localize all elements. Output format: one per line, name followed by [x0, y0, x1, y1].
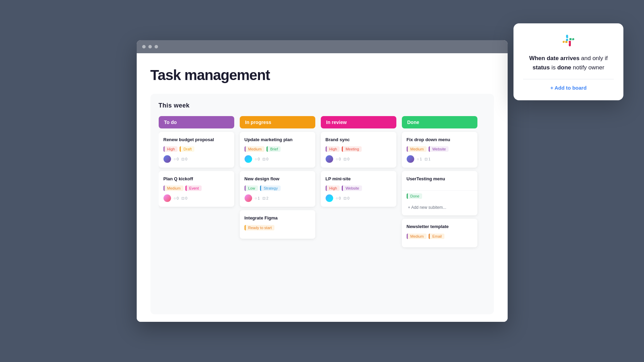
card-newsletter-template[interactable]: Newsletter template Medium Email — [402, 219, 477, 247]
comment-icon — [417, 157, 419, 161]
comment-count: 0 — [255, 157, 260, 161]
tags: Done — [407, 193, 473, 199]
comment-count: 0 — [336, 196, 341, 200]
card-renew-budget[interactable]: Renew budget proposal High Draft 0 0 — [159, 132, 234, 168]
tag-medium: Medium — [245, 146, 264, 152]
card-main: UserTesting menu — [402, 171, 477, 190]
comment-count: 0 — [174, 157, 179, 161]
card-footer: 0 0 — [326, 194, 392, 202]
tags: High Meeting — [326, 146, 392, 152]
task-count: 0 — [181, 157, 187, 161]
tag-brief: Brief — [267, 146, 281, 152]
column-header-todo: To do — [159, 116, 234, 128]
check-icon — [262, 157, 265, 161]
tags: Low Strategy — [245, 185, 310, 191]
tag-website: Website — [342, 185, 362, 191]
slack-logo-icon — [561, 33, 576, 48]
card-title: Newsletter template — [407, 224, 473, 230]
tag-high: High — [326, 146, 340, 152]
column-header-done: Done — [402, 116, 477, 128]
check-icon — [425, 157, 428, 161]
popup-card: When date arrives and only if status is … — [513, 23, 623, 100]
add-subitem-button[interactable]: + Add new subitem... — [407, 202, 473, 213]
comment-icon — [336, 196, 338, 200]
comment-count: 1 — [417, 157, 422, 161]
comment-count: 0 — [336, 157, 341, 161]
card-brand-sync[interactable]: Brand sync High Meeting 0 0 — [321, 132, 396, 168]
card-footer: 0 0 — [326, 155, 392, 163]
svg-rect-4 — [569, 38, 572, 40]
task-count: 0 — [262, 157, 268, 161]
tag-event: Event — [185, 185, 202, 191]
column-done: Done Fix drop down menu Medium Website 1… — [402, 116, 477, 306]
svg-rect-1 — [566, 39, 568, 41]
avatar — [163, 155, 171, 163]
card-fix-dropdown[interactable]: Fix drop down menu Medium Website 1 1 — [402, 132, 477, 168]
card-title: LP mini-site — [326, 176, 392, 182]
browser-content: Task management This week To do Renew bu… — [137, 53, 508, 322]
tag-low: Low — [245, 185, 258, 191]
tag-done: Done — [407, 193, 422, 199]
card-lp-minisite[interactable]: LP mini-site High Website 0 0 — [321, 171, 396, 207]
tag-medium: Medium — [407, 146, 427, 152]
browser-window: Task management This week To do Renew bu… — [137, 40, 508, 322]
check-icon — [181, 196, 184, 201]
page-title: Task management — [150, 53, 494, 94]
card-new-design-flow[interactable]: New design flow Low Strategy 1 2 — [240, 171, 315, 207]
card-title: Fix drop down menu — [407, 137, 473, 143]
window-dot-2 — [148, 45, 152, 48]
svg-rect-0 — [561, 33, 576, 48]
avatar — [163, 194, 171, 202]
comment-count: 1 — [255, 196, 260, 200]
comment-icon — [174, 157, 176, 161]
card-footer: 0 0 — [163, 155, 229, 163]
card-title: Update marketing plan — [245, 137, 310, 143]
avatar — [326, 194, 333, 202]
avatar — [245, 194, 252, 202]
tag-draft: Draft — [180, 146, 194, 152]
tag-medium: Medium — [163, 185, 183, 191]
avatar — [245, 155, 252, 163]
tags: Medium Event — [163, 185, 229, 191]
comment-icon — [255, 157, 257, 161]
check-icon — [343, 196, 347, 201]
tags: Medium Website — [407, 146, 473, 152]
add-to-board-button[interactable]: + Add to board — [523, 85, 614, 91]
popup-divider — [523, 79, 614, 79]
card-update-marketing[interactable]: Update marketing plan Medium Brief 0 0 — [240, 132, 315, 168]
comment-icon — [336, 157, 338, 161]
columns-wrapper: To do Renew budget proposal High Draft 0… — [159, 116, 486, 306]
tag-strategy: Strategy — [260, 185, 281, 191]
card-footer: 0 0 — [163, 194, 229, 202]
week-label: This week — [159, 102, 486, 109]
column-inreview: In review Brand sync High Meeting 0 0 — [321, 116, 396, 306]
column-header-inprogress: In progress — [240, 116, 315, 128]
card-title: Plan Q kickoff — [163, 176, 229, 182]
column-todo: To do Renew budget proposal High Draft 0… — [159, 116, 234, 306]
avatar — [326, 155, 333, 163]
subitem-row: Done + Add new subitem... — [402, 190, 477, 215]
card-title: Renew budget proposal — [163, 137, 229, 143]
tag-medium: Medium — [407, 234, 427, 239]
tags: High Website — [326, 185, 392, 191]
check-icon — [343, 157, 347, 161]
card-title: Brand sync — [326, 137, 392, 143]
svg-rect-2 — [565, 41, 567, 43]
comment-icon — [255, 196, 257, 200]
card-integrate-figma[interactable]: Integrate Figma Ready to start — [240, 210, 315, 238]
card-footer: 1 1 — [407, 155, 473, 163]
tag-meeting: Meeting — [342, 146, 362, 152]
task-count: 0 — [343, 157, 349, 161]
card-footer: 0 0 — [245, 155, 310, 163]
check-icon — [181, 157, 184, 161]
tag-ready: Ready to start — [245, 225, 274, 230]
popup-description: When date arrives and only if status is … — [523, 54, 614, 72]
card-usertesting-menu[interactable]: UserTesting menu Done + Add new subitem.… — [402, 171, 477, 215]
card-title: Integrate Figma — [245, 215, 310, 221]
tags: Ready to start — [245, 225, 310, 230]
window-dot-3 — [155, 45, 158, 48]
card-plan-kickoff[interactable]: Plan Q kickoff Medium Event 0 0 — [159, 171, 234, 207]
tag-high: High — [163, 146, 178, 152]
tags: Medium Brief — [245, 146, 310, 152]
comment-count: 0 — [174, 196, 179, 200]
